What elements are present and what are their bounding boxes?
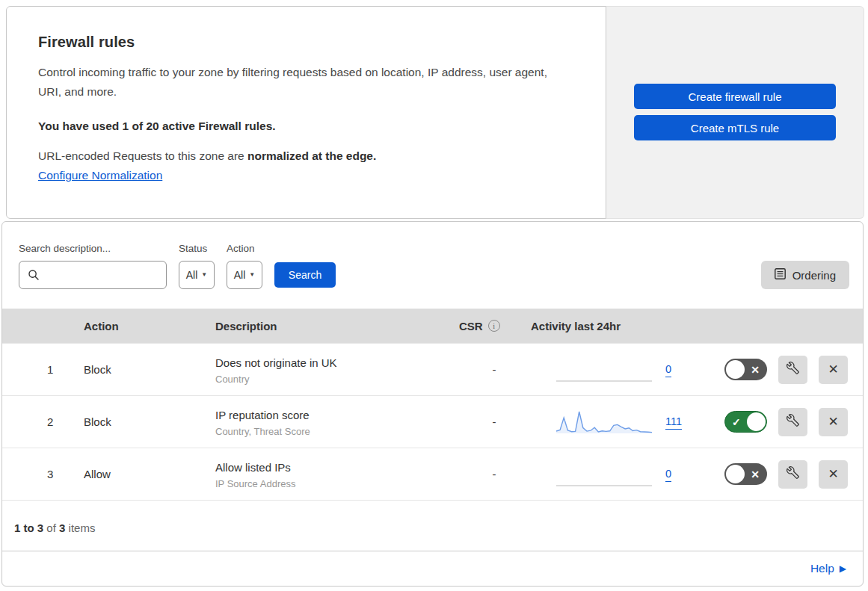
edit-rule-button[interactable] (778, 408, 807, 436)
rule-description: IP reputation score (215, 407, 458, 424)
usage-summary: You have used 1 of 20 active Firewall ru… (38, 120, 576, 133)
configure-normalization-link[interactable]: Configure Normalization (38, 169, 162, 182)
status-dropdown-value: All (186, 269, 198, 281)
firewall-rules-page: Firewall rules Control incoming traffic … (0, 0, 868, 591)
delete-rule-button[interactable]: ✕ (819, 408, 848, 436)
rule-fields: IP Source Address (215, 478, 458, 489)
rule-activity-cell: 111 (530, 409, 717, 436)
rule-description-cell: IP reputation score Country, Threat Scor… (215, 407, 458, 437)
filter-bar: Search description... Status All ▼ Actio… (2, 222, 863, 309)
rule-priority: 3 (2, 468, 83, 480)
activity-count-link[interactable]: 0 (665, 362, 671, 377)
x-icon: ✕ (751, 363, 760, 375)
toggle-knob (726, 465, 745, 483)
pagination-of: of (43, 522, 59, 534)
rule-enabled-toggle[interactable]: ✓ ✕ (724, 411, 767, 433)
edit-rule-button[interactable] (778, 460, 807, 489)
toggle-knob (726, 360, 745, 379)
rule-controls: ✓ ✕ ✕ (717, 460, 863, 489)
rules-list-card: Search description... Status All ▼ Actio… (1, 221, 864, 587)
search-box (19, 261, 167, 289)
toggle-knob (747, 412, 766, 431)
normalization-note-bold: normalized at the edge. (247, 149, 376, 162)
ordering-list-icon (775, 268, 786, 282)
close-icon: ✕ (828, 414, 838, 430)
rule-csr: - (458, 468, 530, 480)
rule-controls: ✓ ✕ ✕ (717, 356, 863, 384)
action-filter-group: Action All ▼ (227, 243, 262, 289)
activity-sparkline (556, 356, 652, 383)
wrench-icon (787, 362, 799, 378)
delete-rule-button[interactable]: ✕ (819, 460, 848, 489)
ordering-button[interactable]: Ordering (761, 261, 849, 289)
rule-description: Allow listed IPs (215, 460, 458, 476)
pagination-summary: 1 to 3 of 3 items (2, 500, 863, 551)
status-filter-group: Status All ▼ (179, 243, 215, 289)
rule-fields: Country (215, 374, 458, 385)
actions-side-panel: Create firewall rule Create mTLS rule (606, 6, 864, 219)
delete-rule-button[interactable]: ✕ (819, 356, 848, 384)
action-dropdown[interactable]: All ▼ (227, 261, 262, 289)
activity-sparkline (556, 409, 652, 436)
wrench-icon (787, 414, 799, 430)
rule-priority: 2 (2, 415, 83, 428)
activity-count-link[interactable]: 0 (665, 467, 671, 482)
activity-count-link[interactable]: 111 (665, 415, 682, 430)
pagination-range: 1 to 3 (14, 522, 43, 534)
rule-action: Allow (83, 468, 215, 480)
create-buttons-group: Create firewall rule Create mTLS rule (634, 84, 836, 140)
rule-description-cell: Allow listed IPs IP Source Address (215, 460, 458, 489)
rule-description: Does not originate in UK (215, 355, 458, 371)
edit-rule-button[interactable] (778, 356, 807, 384)
rule-csr: - (458, 415, 530, 428)
rule-action: Block (83, 415, 215, 428)
help-link-label: Help (810, 562, 834, 575)
action-dropdown-value: All (234, 269, 246, 281)
ordering-button-label: Ordering (792, 269, 836, 282)
chevron-down-icon: ▼ (201, 272, 207, 278)
search-input[interactable] (19, 261, 167, 289)
x-icon: ✕ (751, 468, 760, 480)
close-icon: ✕ (828, 466, 838, 482)
table-row: 1 Block Does not originate in UK Country… (2, 343, 863, 395)
firewall-rules-header-card: Firewall rules Control incoming traffic … (6, 6, 606, 219)
search-button[interactable]: Search (274, 262, 336, 288)
table-header-row: Action Description CSR i Activity last 2… (2, 309, 863, 343)
rule-activity-cell: 0 (530, 461, 717, 488)
rule-description-cell: Does not originate in UK Country (215, 355, 458, 385)
create-firewall-rule-button[interactable]: Create firewall rule (634, 84, 836, 109)
search-group: Search description... (19, 243, 167, 289)
rule-enabled-toggle[interactable]: ✓ ✕ (724, 359, 767, 380)
rule-enabled-toggle[interactable]: ✓ ✕ (724, 463, 767, 485)
arrow-right-icon: ▶ (840, 563, 846, 574)
table-row: 3 Allow Allow listed IPs IP Source Addre… (2, 448, 863, 500)
action-label: Action (227, 243, 262, 254)
info-icon[interactable]: i (488, 320, 500, 332)
normalization-note-text: URL-encoded Requests to this zone are (38, 149, 247, 162)
help-link[interactable]: Help ▶ (810, 562, 846, 575)
close-icon: ✕ (828, 362, 838, 377)
rule-priority: 1 (2, 363, 83, 376)
activity-sparkline (556, 461, 652, 488)
create-mtls-rule-button[interactable]: Create mTLS rule (634, 115, 836, 140)
status-dropdown[interactable]: All ▼ (179, 261, 215, 289)
pagination-items: items (65, 522, 95, 534)
page-description: Control incoming traffic to your zone by… (38, 63, 565, 102)
wrench-icon (787, 466, 799, 483)
column-description: Description (215, 320, 458, 332)
column-action: Action (83, 320, 215, 332)
page-title: Firewall rules (38, 34, 576, 51)
chevron-down-icon: ▼ (249, 272, 255, 278)
status-label: Status (179, 243, 215, 254)
rule-action: Block (83, 363, 215, 376)
normalization-note: URL-encoded Requests to this zone are no… (38, 149, 576, 163)
rule-fields: Country, Threat Score (215, 426, 458, 437)
column-csr-label: CSR (459, 320, 483, 332)
table-row: 2 Block IP reputation score Country, Thr… (2, 395, 863, 448)
column-csr: CSR i (458, 320, 530, 332)
column-activity: Activity last 24hr (530, 320, 717, 332)
rule-csr: - (458, 363, 530, 376)
search-label: Search description... (19, 243, 167, 254)
rule-controls: ✓ ✕ ✕ (717, 408, 863, 436)
rule-activity-cell: 0 (530, 356, 717, 383)
